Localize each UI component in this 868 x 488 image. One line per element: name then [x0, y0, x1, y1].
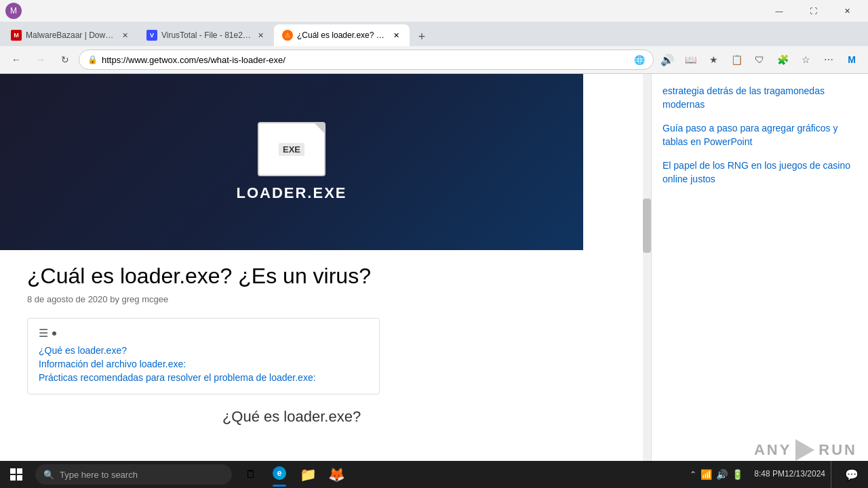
tab-virustotal-close[interactable]: ✕ — [255, 30, 266, 41]
article-date-author: 8 de agosto de 2020 by greg mcgee — [27, 294, 168, 304]
clock-date: 12/13/2024 — [785, 469, 825, 480]
volume-icon[interactable]: 🔊 — [716, 469, 728, 480]
toc-link-1[interactable]: ¿Qué es loader.exe? — [39, 345, 368, 356]
article-area: ¿Cuál es loader.exe? ¿Es un virus? 8 de … — [0, 250, 583, 439]
taskbar-search-placeholder: Type here to search — [60, 470, 138, 480]
getwox-favicon: ⚠ — [282, 30, 293, 41]
svg-rect-3 — [17, 475, 22, 481]
notification-button[interactable]: 💬 — [841, 461, 863, 488]
back-button[interactable]: ← — [5, 49, 27, 70]
sidebar-link-3[interactable]: El papel de los RNG en los juegos de cas… — [663, 159, 857, 186]
tab-getwox-label: ¿Cuál es loader.exe? ¿Es un virus? — [297, 30, 387, 40]
task-view-icon: 🗒 — [245, 468, 256, 481]
sidebar: estrategia detrás de las tragamonedas mo… — [651, 74, 868, 488]
extensions-button[interactable]: 🧩 — [772, 49, 793, 70]
toc-link-3[interactable]: Prácticas recomendadas para resolver el … — [39, 372, 368, 383]
svg-text:e: e — [277, 468, 282, 478]
title-bar: M — ⛶ ✕ — [0, 0, 868, 22]
show-desktop-button[interactable] — [831, 461, 840, 488]
settings-button[interactable]: ⋯ — [818, 49, 840, 70]
tab-virustotal[interactable]: V VirusTotal - File - 81e2acbd26c2d... ✕ — [138, 24, 274, 46]
taskbar-search[interactable]: 🔍 Type here to search — [35, 464, 232, 485]
windows-logo-icon — [10, 468, 22, 481]
nav-bar: ← → ↻ 🔒 https://www.getwox.com/es/what-i… — [0, 46, 868, 73]
immersive-reader-button[interactable]: 📖 — [679, 49, 701, 70]
tabs-bar: M MalwareBazaar | Download malw... ✕ V V… — [0, 22, 868, 46]
tab-malwarebazaar-close[interactable]: ✕ — [119, 30, 130, 41]
anyrun-text: ANY — [754, 441, 791, 459]
taskbar-search-icon: 🔍 — [43, 470, 54, 480]
tab-virustotal-label: VirusTotal - File - 81e2acbd26c2d... — [161, 30, 251, 40]
tab-malwarebazaar-label: MalwareBazaar | Download malw... — [26, 30, 115, 40]
taskbar-firefox[interactable]: 🦊 — [323, 461, 350, 488]
main-content: EXE LOADER.EXE ¿Cuál es loader.exe? ¿Es … — [0, 74, 651, 439]
favorites-button[interactable]: ☆ — [795, 49, 816, 70]
edge-icon: e — [272, 466, 287, 484]
exe-box: EXE — [258, 122, 326, 176]
exe-filename-label: LOADER.EXE — [236, 184, 347, 202]
add-favorites-button[interactable]: ★ — [703, 49, 724, 70]
profile-button[interactable]: M — [5, 3, 22, 19]
page-area: EXE LOADER.EXE ¿Cuál es loader.exe? ¿Es … — [0, 74, 868, 488]
virustotal-favicon: V — [146, 30, 157, 41]
network-icon[interactable]: 📶 — [701, 469, 712, 480]
clock-time: 8:48 PM — [754, 469, 785, 480]
url-text: https://www.getwox.com/es/what-is-loader… — [102, 55, 630, 65]
lock-icon: 🔒 — [87, 55, 98, 64]
tab-getwox[interactable]: ⚠ ¿Cuál es loader.exe? ¿Es un virus? ✕ — [274, 24, 410, 46]
sidebar-link-1[interactable]: estrategia detrás de las tragamonedas mo… — [663, 85, 857, 111]
toc-link-2[interactable]: Información del archivo loader.exe: — [39, 359, 368, 369]
maximize-button[interactable]: ⛶ — [797, 0, 829, 22]
toc-header: ☰ — [39, 327, 368, 340]
anyrun-play-icon — [795, 439, 814, 461]
refresh-button[interactable]: ↻ — [54, 49, 76, 70]
svg-rect-0 — [10, 468, 16, 474]
toc-icon: ☰ — [39, 327, 48, 340]
read-aloud-button[interactable]: 🔊 — [656, 49, 678, 70]
address-bar[interactable]: 🔒 https://www.getwox.com/es/what-is-load… — [79, 49, 654, 70]
taskbar-right: ⌃ 📶 🔊 🔋 8:48 PM 12/13/2024 💬 — [684, 461, 868, 488]
taskbar-task-view[interactable]: 🗒 — [237, 461, 264, 488]
article-title: ¿Cuál es loader.exe? ¿Es un virus? — [27, 264, 556, 289]
system-icons: ⌃ 📶 🔊 🔋 — [684, 469, 749, 480]
forward-button[interactable]: → — [30, 49, 52, 70]
toc-box: ☰ ¿Qué es loader.exe? Información del ar… — [27, 318, 380, 394]
start-button[interactable] — [0, 461, 33, 488]
clock-widget[interactable]: 8:48 PM 12/13/2024 — [750, 461, 829, 488]
window-controls: M — [5, 3, 22, 19]
collections-button[interactable]: 📋 — [726, 49, 747, 70]
taskbar-edge[interactable]: e — [266, 461, 293, 488]
anyrun-watermark: ANY RUN — [754, 439, 857, 461]
section-heading: ¿Qué es loader.exe? — [27, 408, 556, 426]
toolbar-actions: 🔊 📖 ★ 📋 🛡 🧩 ☆ ⋯ M — [656, 49, 863, 70]
firefox-icon: 🦊 — [328, 466, 345, 483]
tab-getwox-close[interactable]: ✕ — [391, 30, 401, 41]
taskbar: 🔍 Type here to search 🗒 e — [0, 461, 868, 488]
browser-chrome: M — ⛶ ✕ M MalwareBazaar | Download malw.… — [0, 0, 868, 74]
chevron-up-icon[interactable]: ⌃ — [690, 470, 696, 479]
minimize-button[interactable]: — — [764, 0, 795, 22]
exe-icon-label: EXE — [279, 143, 304, 156]
scroll-thumb[interactable] — [643, 199, 651, 253]
svg-rect-2 — [10, 475, 16, 481]
hero-image: EXE LOADER.EXE — [0, 74, 583, 250]
anyrun-run-text: RUN — [818, 441, 857, 459]
taskbar-file-explorer[interactable]: 📁 — [294, 461, 321, 488]
close-button[interactable]: ✕ — [831, 0, 863, 22]
browser-essentials-button[interactable]: 🛡 — [749, 49, 770, 70]
new-tab-button[interactable]: + — [412, 27, 431, 46]
translate-icon[interactable]: 🌐 — [634, 55, 645, 65]
article-meta: 8 de agosto de 2020 by greg mcgee — [27, 294, 556, 304]
battery-icon[interactable]: 🔋 — [732, 469, 743, 480]
sidebar-link-2[interactable]: Guía paso a paso para agregar gráficos y… — [663, 122, 857, 148]
malwarebazaar-favicon: M — [11, 30, 22, 41]
file-explorer-icon: 📁 — [300, 466, 317, 483]
scroll-track[interactable] — [643, 74, 651, 488]
toc-dot — [52, 331, 56, 336]
main-scroll-container: EXE LOADER.EXE ¿Cuál es loader.exe? ¿Es … — [0, 74, 651, 488]
copilot-button[interactable]: M — [841, 49, 863, 70]
taskbar-apps: 🗒 e 📁 🦊 — [237, 461, 350, 488]
tab-malwarebazaar[interactable]: M MalwareBazaar | Download malw... ✕ — [3, 24, 138, 46]
svg-rect-1 — [17, 468, 22, 474]
